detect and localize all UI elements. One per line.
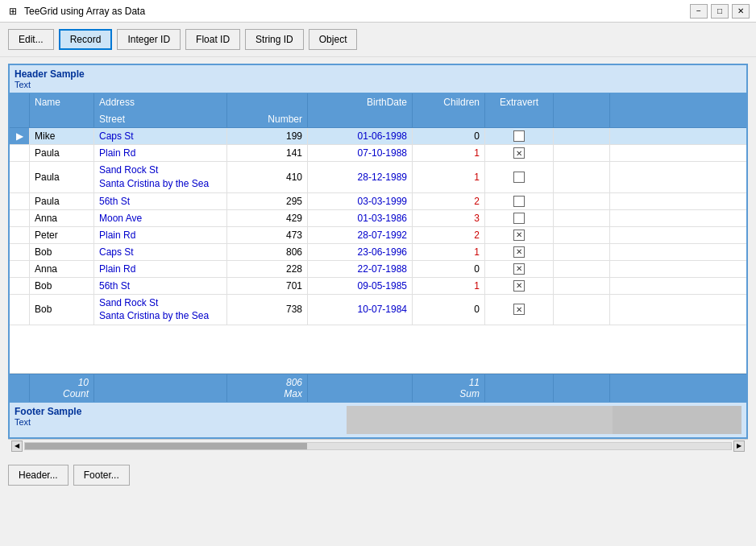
row-street: Plain Rd [94, 261, 227, 277]
footer-cell-street [94, 374, 227, 402]
header-button[interactable]: Header... [8, 465, 69, 486]
row-birthdate: 03-03-1999 [308, 193, 413, 209]
col-header-name[interactable]: Name [30, 93, 94, 111]
row-street: Plain Rd [94, 227, 227, 243]
row-name: Bob [30, 278, 94, 294]
row-extravert[interactable] [485, 261, 554, 277]
row-extravert[interactable] [485, 145, 554, 161]
app-icon: ⊞ [6, 5, 19, 18]
title-controls: − □ ✕ [690, 4, 750, 19]
main-content: Header Sample Text Name Address BirthDat… [0, 57, 756, 458]
row-extra [554, 227, 610, 243]
col-sub-street: Street [94, 111, 227, 127]
row-name: Bob [30, 244, 94, 260]
object-button[interactable]: Object [309, 29, 358, 50]
horizontal-scrollbar[interactable]: ◀ ▶ [8, 439, 748, 452]
extravert-checkbox[interactable] [513, 230, 525, 241]
table-row[interactable]: BobSand Rock StSanta Cristina by the Sea… [10, 295, 746, 326]
extravert-checkbox[interactable] [513, 147, 525, 159]
minimize-button[interactable]: − [690, 4, 708, 19]
row-extravert[interactable] [485, 210, 554, 226]
row-extra [554, 278, 610, 294]
row-name: Anna [30, 210, 94, 226]
footer-button[interactable]: Footer... [73, 465, 130, 486]
table-row[interactable]: Paula56th St29503-03-19992 [10, 193, 746, 210]
scrollbar-thumb[interactable] [25, 443, 307, 449]
string-id-button[interactable]: String ID [245, 29, 304, 50]
extravert-checkbox[interactable] [513, 196, 525, 207]
footer-panel-title: Footer Sample [15, 406, 347, 417]
scroll-left-button[interactable]: ◀ [11, 441, 23, 452]
footer-sum-label: Sum [459, 388, 480, 399]
col-subheaders-row2: Street Number [10, 111, 746, 128]
extravert-checkbox[interactable] [513, 280, 525, 292]
row-number: 228 [227, 261, 308, 277]
row-extravert[interactable] [485, 193, 554, 209]
row-street: 56th St [94, 278, 227, 294]
col-sub-extravert [485, 111, 554, 127]
table-row[interactable]: AnnaMoon Ave42901-03-19863 [10, 210, 746, 227]
col-header-number-label [227, 93, 308, 111]
table-row[interactable]: BobCaps St80623-06-19961 [10, 244, 746, 261]
col-header-children[interactable]: Children [413, 93, 485, 111]
extravert-checkbox[interactable] [513, 304, 525, 315]
row-name: Bob [30, 295, 94, 325]
row-indicator [10, 261, 30, 277]
footer-panel-mid [347, 406, 613, 434]
grid-header-panel: Header Sample Text [10, 65, 746, 93]
close-button[interactable]: ✕ [732, 4, 750, 19]
grid-footer-row: 10 Count 806 Max 11 Sum [10, 374, 746, 402]
row-extravert[interactable] [485, 278, 554, 294]
footer-panel-right [613, 406, 741, 434]
extravert-checkbox[interactable] [513, 172, 525, 183]
edit-button[interactable]: Edit... [8, 29, 54, 50]
row-children: 0 [413, 261, 485, 277]
table-row[interactable]: PeterPlain Rd47328-07-19922 [10, 227, 746, 244]
row-street: 56th St [94, 193, 227, 209]
title-bar-left: ⊞ TeeGrid using Array as Data [6, 5, 145, 18]
table-row[interactable]: PaulaPlain Rd14107-10-19881 [10, 145, 746, 162]
row-children: 0 [413, 128, 485, 144]
table-row[interactable]: ▶MikeCaps St19901-06-19980 [10, 128, 746, 145]
table-row[interactable]: PaulaSand Rock StSanta Cristina by the S… [10, 162, 746, 193]
row-extravert[interactable] [485, 295, 554, 325]
col-header-extravert[interactable]: Extravert [485, 93, 554, 111]
row-name: Paula [30, 193, 94, 209]
footer-count-label: Count [63, 388, 89, 399]
row-extra [554, 261, 610, 277]
extravert-checkbox[interactable] [513, 263, 525, 275]
scrollbar-track[interactable] [24, 442, 732, 450]
table-row[interactable]: Bob56th St70109-05-19851 [10, 278, 746, 295]
table-row[interactable]: AnnaPlain Rd22822-07-19880 [10, 261, 746, 278]
row-extra [554, 162, 610, 192]
bottom-toolbar: Header... Footer... [0, 458, 756, 492]
extravert-checkbox[interactable] [513, 130, 525, 142]
row-street: Moon Ave [94, 210, 227, 226]
row-extravert[interactable] [485, 162, 554, 192]
row-children: 2 [413, 193, 485, 209]
extravert-checkbox[interactable] [513, 213, 525, 224]
row-children: 2 [413, 227, 485, 243]
row-extravert[interactable] [485, 128, 554, 144]
footer-count-block: 10 Count [35, 377, 89, 399]
col-header-birthdate[interactable]: BirthDate [308, 93, 413, 111]
maximize-button[interactable]: □ [711, 4, 729, 19]
footer-sum-block: 11 Sum [417, 377, 480, 399]
row-birthdate: 10-07-1984 [308, 295, 413, 325]
row-children: 0 [413, 295, 485, 325]
row-extravert[interactable] [485, 244, 554, 260]
integer-id-button[interactable]: Integer ID [117, 29, 181, 50]
grid-container: Header Sample Text Name Address BirthDat… [8, 64, 748, 439]
float-id-button[interactable]: Float ID [185, 29, 240, 50]
row-number: 738 [227, 295, 308, 325]
row-children: 1 [413, 162, 485, 192]
row-indicator [10, 227, 30, 243]
col-header-address[interactable]: Address [94, 93, 227, 111]
row-extravert[interactable] [485, 227, 554, 243]
footer-max-label: Max [284, 388, 302, 399]
record-button[interactable]: Record [59, 29, 113, 50]
extravert-checkbox[interactable] [513, 246, 525, 258]
scroll-right-button[interactable]: ▶ [733, 441, 745, 452]
row-extra [554, 244, 610, 260]
footer-cell-extravert [485, 374, 554, 402]
